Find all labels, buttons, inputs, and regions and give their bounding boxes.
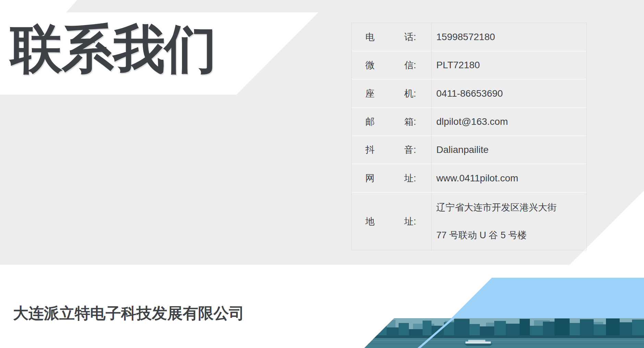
slide: 联系我们 电 话: 15998572180 微 信: PLT72180 座 机:… [0, 0, 644, 348]
contact-table: 电 话: 15998572180 微 信: PLT72180 座 机: 0411… [351, 23, 587, 250]
label-char: 箱: [404, 116, 416, 128]
label-char: 电 [365, 31, 375, 43]
contact-label: 网 址: [352, 164, 432, 193]
address-line-1: 辽宁省大连市开发区港兴大街 [436, 201, 557, 214]
label-char: 微 [365, 59, 375, 71]
contact-label: 地 址: [352, 193, 432, 250]
label-char: 机: [404, 87, 416, 100]
contact-label: 电 话: [352, 23, 432, 51]
label-char: 址: [404, 172, 416, 184]
company-name: 大连派立特电子科技发展有限公司 [13, 303, 244, 324]
contact-value-email: dlpilot@163.com [432, 108, 586, 136]
label-char: 地 [365, 215, 375, 228]
contact-label: 微 信: [352, 51, 432, 80]
label-char: 址: [404, 215, 416, 228]
cityscape-image [360, 318, 644, 348]
contact-value-phone: 15998572180 [432, 23, 586, 51]
label-char: 座 [365, 87, 375, 100]
contact-value-address: 辽宁省大连市开发区港兴大街 77 号联动 U 谷 5 号楼 [432, 193, 586, 250]
label-char: 抖 [365, 144, 375, 156]
contact-value-wechat: PLT72180 [432, 51, 586, 80]
contact-label: 座 机: [352, 80, 432, 108]
label-char: 网 [365, 172, 375, 184]
label-char: 邮 [365, 116, 375, 128]
contact-label: 抖 音: [352, 136, 432, 164]
label-char: 话: [404, 31, 416, 43]
contact-label: 邮 箱: [352, 108, 432, 136]
label-char: 信: [404, 59, 416, 71]
contact-value-website: www.0411pilot.com [432, 164, 586, 193]
page-title: 联系我们 [10, 23, 216, 75]
contact-value-landline: 0411-86653690 [432, 80, 586, 108]
contact-value-douyin: Dalianpailite [432, 136, 586, 164]
address-line-2: 77 号联动 U 谷 5 号楼 [436, 228, 527, 242]
label-char: 音: [404, 144, 416, 156]
